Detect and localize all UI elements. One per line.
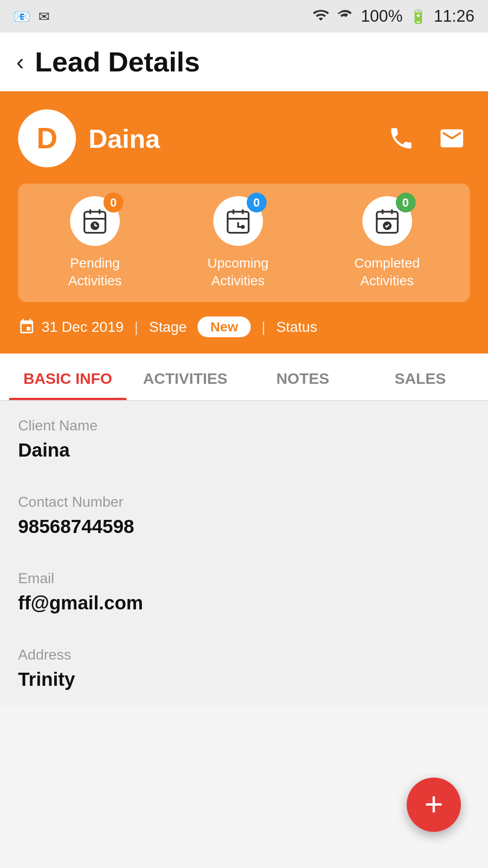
email-value: ff@gmail.com	[18, 592, 470, 614]
email-card: Email ff@gmail.com	[0, 554, 488, 628]
meta-date: 31 Dec 2019	[18, 318, 123, 335]
status-bar: 📧 ✉ 100% 🔋 11:26	[0, 0, 488, 33]
tab-activities[interactable]: ACTIVITIES	[127, 354, 244, 400]
pending-activities-item[interactable]: 0 PendingActivities	[68, 196, 122, 289]
meta-date-text: 31 Dec 2019	[42, 319, 123, 335]
tab-basic-info[interactable]: BASIC INFO	[9, 354, 127, 400]
tab-sales[interactable]: SALES	[361, 354, 479, 400]
contact-icons	[383, 120, 470, 156]
call-button[interactable]	[383, 120, 419, 156]
battery-icon: 🔋	[410, 9, 427, 24]
basic-info-section: Client Name Daina Contact Number 9856874…	[0, 401, 488, 705]
address-label: Address	[18, 646, 470, 663]
pending-label: PendingActivities	[68, 254, 122, 289]
lead-name: Daina	[89, 123, 160, 154]
pending-icon-wrap: 0	[70, 196, 120, 246]
tab-notes[interactable]: NOTES	[244, 354, 361, 400]
page-title: Lead Details	[35, 46, 200, 78]
client-name-card: Client Name Daina	[0, 401, 488, 476]
avatar: D	[18, 109, 76, 167]
completed-icon-wrap: 0	[362, 196, 412, 246]
upcoming-label: UpcomingActivities	[207, 254, 268, 289]
clock: 11:26	[434, 7, 474, 26]
wifi-icon	[312, 6, 329, 27]
hero-section: D Daina	[0, 91, 488, 354]
name-left: D Daina	[18, 109, 160, 167]
battery-percent: 100%	[361, 7, 403, 26]
name-row: D Daina	[18, 109, 470, 167]
status-bar-right: 100% 🔋 11:26	[312, 6, 474, 27]
gmail-icon: ✉	[38, 9, 50, 24]
upcoming-badge: 0	[247, 193, 267, 212]
signal-icon	[337, 6, 354, 27]
activities-row: 0 PendingActivities	[18, 184, 470, 302]
email-label: Email	[18, 570, 470, 587]
header: ‹ Lead Details	[0, 33, 488, 91]
email-at-icon: 📧	[14, 9, 30, 24]
completed-badge: 0	[396, 193, 416, 212]
back-button[interactable]: ‹	[16, 50, 24, 74]
address-card: Address Trinity	[0, 630, 488, 705]
completed-label: CompletedActivities	[354, 254, 420, 289]
contact-number-card: Contact Number 98568744598	[0, 477, 488, 552]
meta-sep-1: |	[134, 319, 138, 335]
stage-badge: New	[197, 316, 251, 337]
contact-number-label: Contact Number	[18, 494, 470, 510]
pending-badge: 0	[103, 193, 123, 212]
completed-activities-item[interactable]: 0 CompletedActivities	[354, 196, 420, 289]
email-button[interactable]	[434, 120, 470, 156]
client-name-label: Client Name	[18, 417, 470, 434]
avatar-letter: D	[37, 122, 57, 155]
upcoming-activities-item[interactable]: 0 UpcomingActivities	[207, 196, 268, 289]
address-value: Trinity	[18, 669, 470, 690]
client-name-value: Daina	[18, 439, 470, 461]
meta-status-label: Status	[276, 319, 317, 335]
add-icon: +	[424, 788, 443, 820]
svg-point-11	[241, 226, 244, 228]
meta-stage-label: Stage	[149, 319, 187, 335]
contact-number-value: 98568744598	[18, 516, 470, 538]
tabs: BASIC INFO ACTIVITIES NOTES SALES	[0, 354, 488, 401]
add-fab-button[interactable]: +	[407, 778, 461, 832]
svg-rect-7	[227, 212, 249, 232]
meta-row: 31 Dec 2019 | Stage New | Status	[18, 315, 470, 337]
meta-sep-2: |	[262, 319, 265, 335]
status-bar-left: 📧 ✉	[14, 9, 50, 24]
upcoming-icon-wrap: 0	[213, 196, 263, 246]
